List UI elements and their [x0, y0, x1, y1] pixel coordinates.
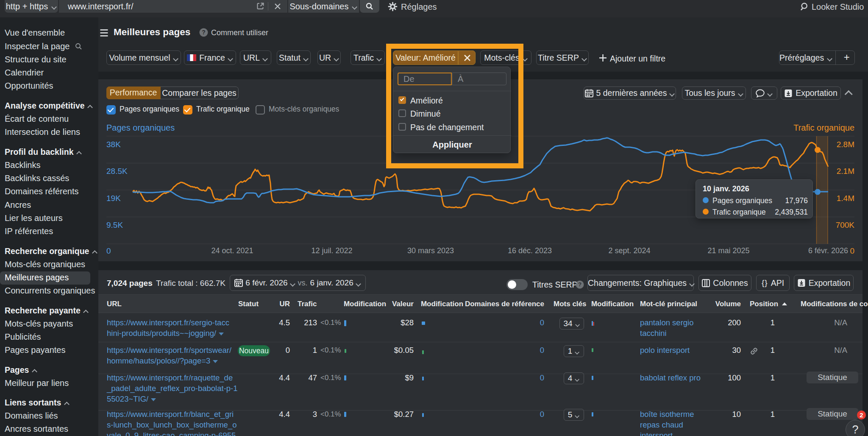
svg-text:2.8M: 2.8M [837, 140, 854, 149]
svg-text:12 juil. 2022: 12 juil. 2022 [311, 246, 352, 255]
svg-text:9.5K: 9.5K [106, 221, 123, 229]
svg-text:700K: 700K [836, 221, 855, 229]
svg-text:2.1M: 2.1M [837, 167, 854, 176]
svg-text:0: 0 [106, 246, 111, 255]
svg-text:16 déc. 2023: 16 déc. 2023 [508, 246, 552, 255]
svg-text:38K: 38K [106, 140, 121, 149]
svg-text:1.4M: 1.4M [837, 194, 854, 203]
svg-text:21 mai 2025: 21 mai 2025 [707, 246, 749, 255]
svg-text:0: 0 [850, 246, 854, 255]
svg-text:Pages organiques: Pages organiques [106, 123, 175, 132]
svg-text:6 févr. 2026: 6 févr. 2026 [808, 246, 848, 255]
svg-text:28.5K: 28.5K [106, 167, 128, 176]
svg-text:30 mars 2023: 30 mars 2023 [407, 246, 454, 255]
svg-text:19K: 19K [106, 194, 121, 203]
svg-text:Trafic organique: Trafic organique [793, 123, 854, 132]
svg-text:2 sept. 2024: 2 sept. 2024 [608, 246, 650, 255]
svg-text:?: ? [578, 281, 581, 288]
svg-text:24 oct. 2021: 24 oct. 2021 [211, 246, 253, 255]
svg-text:?: ? [202, 29, 206, 36]
